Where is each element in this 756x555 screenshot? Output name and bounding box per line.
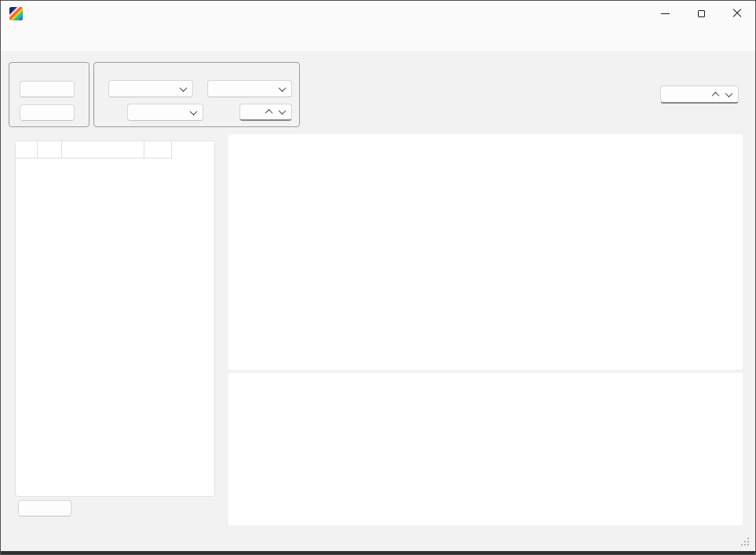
order-spinner[interactable] — [239, 104, 292, 121]
add-spectrum-button[interactable] — [18, 500, 71, 517]
spectra-list-panel — [15, 141, 215, 497]
chevron-down-icon — [180, 84, 188, 92]
chevron-down-icon — [279, 84, 287, 92]
order-down-button[interactable] — [279, 107, 287, 115]
acquire-button[interactable] — [20, 104, 75, 121]
close-icon — [732, 9, 742, 18]
resize-grip-icon[interactable] — [740, 536, 749, 546]
menubar — [1, 26, 755, 51]
avg-up-button[interactable] — [712, 91, 720, 99]
status-bar — [1, 534, 755, 551]
app-icon — [9, 7, 23, 20]
spectra-list-header — [16, 141, 214, 159]
acquisition-groupbox — [9, 62, 89, 127]
avg-spinner[interactable] — [660, 86, 739, 104]
menu-item-help[interactable] — [74, 36, 89, 41]
x-axis-select[interactable] — [108, 80, 193, 97]
maximize-button[interactable] — [683, 1, 719, 26]
spectrum-chart[interactable] — [228, 134, 743, 370]
titlebar — [1, 1, 755, 26]
minimize-button[interactable] — [647, 1, 683, 26]
chevron-down-icon — [190, 108, 198, 115]
menu-item-measure[interactable] — [28, 36, 44, 41]
app-window — [0, 0, 756, 555]
window-bottom-edge — [1, 551, 755, 554]
list-header-bg — [16, 141, 38, 159]
window-controls — [647, 1, 755, 26]
order-up-button[interactable] — [265, 109, 273, 117]
interferogram-chart-panel — [228, 373, 743, 525]
list-header-name — [62, 141, 144, 159]
menu-item-spectrometer[interactable] — [51, 36, 67, 41]
list-header-color — [144, 141, 172, 159]
avg-down-button[interactable] — [725, 89, 733, 97]
interferogram-chart[interactable] — [228, 373, 743, 525]
filter-select[interactable] — [127, 104, 203, 121]
display-groupbox — [93, 62, 300, 127]
menu-item-file[interactable] — [5, 36, 21, 41]
single-button[interactable] — [20, 81, 75, 97]
minimize-icon — [661, 13, 670, 14]
close-button[interactable] — [719, 1, 755, 26]
spectrum-chart-panel — [228, 134, 743, 370]
y-axis-select[interactable] — [207, 80, 292, 97]
maximize-icon — [698, 10, 705, 17]
list-header-ref — [38, 141, 62, 159]
